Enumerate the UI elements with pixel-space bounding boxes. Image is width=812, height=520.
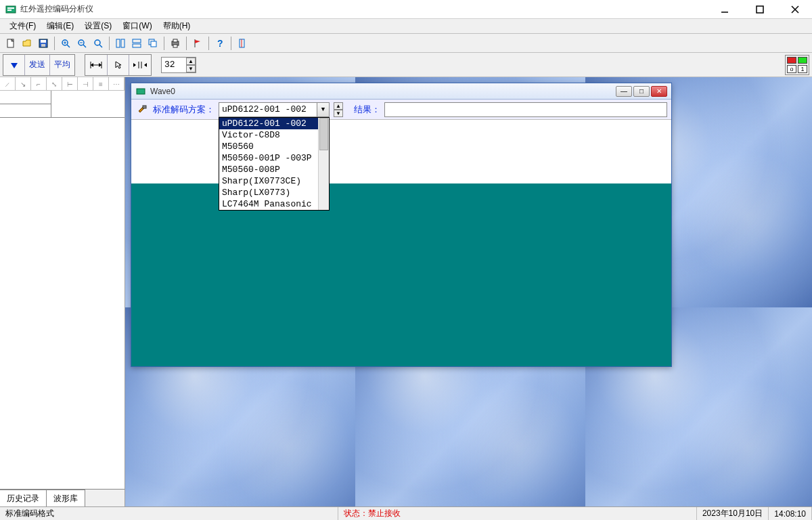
cursor-icon[interactable]	[108, 55, 129, 75]
child-toolbar: 标准解码方案： uPD6122-001 -002 ▼ uPD6122-001 -…	[131, 100, 671, 120]
open-icon[interactable]	[19, 36, 35, 51]
decode-select[interactable]: uPD6122-001 -002 ▼ uPD6122-001 -002 Vict…	[219, 102, 330, 117]
lp-tool-1[interactable]: ⟋	[0, 77, 16, 91]
new-icon[interactable]	[3, 36, 19, 51]
value-spinner[interactable]: ▲ ▼	[161, 57, 196, 73]
tile-vert-icon[interactable]	[129, 36, 145, 51]
toolbar-separator	[231, 37, 231, 50]
tab-wavelib[interactable]: 波形库	[47, 490, 85, 506]
svg-rect-39	[143, 106, 146, 108]
decode-dropdown: uPD6122-001 -002 Victor-C8D8 M50560 M505…	[219, 117, 330, 211]
close-button[interactable]	[784, 3, 807, 16]
menu-window[interactable]: 窗口(W)	[117, 20, 157, 32]
decode-spin-down[interactable]: ▼	[334, 110, 343, 117]
svg-rect-9	[41, 40, 46, 43]
result-label: 结果：	[354, 104, 380, 116]
decode-option[interactable]: M50560-008P	[219, 164, 329, 175]
maximize-button[interactable]	[748, 3, 771, 16]
minimize-button[interactable]	[713, 3, 736, 16]
child-title-text: Wave0	[150, 87, 616, 96]
zoom-fit-icon[interactable]	[90, 36, 106, 51]
span-icon[interactable]	[85, 55, 108, 75]
toolbar-secondary: 发送 平均 ▲ ▼ o 1	[0, 53, 812, 77]
decode-option[interactable]: LC7464M Panasonic	[219, 198, 329, 210]
toolbar-separator	[186, 37, 187, 50]
average-button[interactable]: 平均	[50, 55, 74, 75]
toolbar-separator	[54, 37, 55, 50]
tb2-group-1: 发送 平均	[3, 54, 75, 76]
decode-option[interactable]: M50560-001P -003P	[219, 152, 329, 164]
flag-icon[interactable]	[189, 36, 206, 51]
lp-tool-3[interactable]: ⌐	[31, 77, 47, 91]
left-panel-toolbar: ⟋ ↘ ⌐ ⤡ ⊢ ⊣ ≡ ⋯	[0, 77, 125, 91]
lp-tool-8[interactable]: ⋯	[109, 77, 125, 91]
toolbar-separator	[208, 37, 209, 50]
decode-option[interactable]: Sharp(IX0773CE)	[219, 175, 329, 187]
spinner-up[interactable]: ▲	[186, 58, 196, 65]
svg-rect-4	[757, 6, 763, 13]
send-button[interactable]: 发送	[25, 55, 50, 75]
content-area: ⟋ ↘ ⌐ ⤡ ⊢ ⊣ ≡ ⋯ 历史记录 波形库 Wave0 — □	[0, 77, 812, 506]
help-icon[interactable]: ?	[212, 36, 228, 51]
lp-tool-2[interactable]: ↘	[16, 77, 31, 91]
decode-option[interactable]: uPD6122-001 -002	[219, 118, 329, 129]
lp-tool-7[interactable]: ≡	[93, 77, 109, 91]
statusbar: 标准编码格式 状态：禁止接收 2023年10月10日 14:08:10	[0, 506, 812, 520]
svg-line-16	[83, 45, 86, 47]
menu-edit[interactable]: 编辑(E)	[41, 20, 79, 32]
down-arrow-button[interactable]	[3, 55, 25, 75]
mdi-area: Wave0 — □ ✕ 标准解码方案： uPD6122-001 -002 ▼ u…	[125, 77, 812, 506]
status-time: 14:08:10	[769, 507, 812, 520]
zoom-out-icon[interactable]	[74, 36, 90, 51]
lp-tool-6[interactable]: ⊣	[78, 77, 93, 91]
status-mode: 标准编码格式	[0, 507, 338, 520]
save-icon[interactable]	[35, 36, 51, 51]
app-icon	[5, 4, 16, 15]
toolbar-separator	[109, 37, 110, 50]
wave-lower-area[interactable]	[131, 185, 671, 366]
svg-text:?: ?	[217, 38, 223, 49]
child-titlebar[interactable]: Wave0 — □ ✕	[131, 83, 671, 100]
lp-tool-5[interactable]: ⊢	[62, 77, 78, 91]
child-window-icon	[135, 86, 146, 97]
decode-option[interactable]: M50560	[219, 141, 329, 152]
titlebar: 红外遥控编码分析仪	[0, 0, 812, 19]
spinner-down[interactable]: ▼	[186, 65, 196, 72]
decode-option[interactable]: Victor-C8D8	[219, 129, 329, 141]
scrollbar-thumb[interactable]	[319, 118, 328, 150]
svg-rect-38	[137, 89, 145, 94]
exit-icon[interactable]	[234, 36, 250, 51]
tab-history[interactable]: 历史记录	[0, 490, 47, 506]
spinner-input[interactable]	[162, 58, 186, 72]
svg-rect-27	[173, 39, 177, 42]
status-state: 状态：禁止接收	[338, 507, 697, 520]
left-panel: ⟋ ↘ ⌐ ⤡ ⊢ ⊣ ≡ ⋯ 历史记录 波形库	[0, 77, 125, 506]
decode-spin-up[interactable]: ▲	[334, 102, 343, 110]
tile-horiz-icon[interactable]	[112, 36, 129, 51]
result-input[interactable]	[384, 102, 667, 117]
child-close-button[interactable]: ✕	[651, 86, 667, 97]
menu-help[interactable]: 帮助(H)	[158, 20, 196, 32]
svg-rect-22	[133, 39, 141, 43]
svg-rect-25	[151, 41, 156, 47]
lp-tool-4[interactable]: ⤡	[47, 77, 62, 91]
wave-upper-area[interactable]	[131, 120, 671, 185]
left-panel-blank	[0, 118, 125, 489]
stretch-icon[interactable]	[129, 55, 151, 75]
decode-option[interactable]: Sharp(LX0773)	[219, 187, 329, 198]
svg-line-19	[99, 45, 102, 47]
svg-rect-23	[133, 44, 141, 47]
print-icon[interactable]	[167, 36, 183, 51]
dropdown-icon[interactable]: ▼	[317, 103, 329, 116]
menu-settings[interactable]: 设置(S)	[79, 20, 117, 32]
dropdown-scrollbar[interactable]	[318, 118, 329, 210]
child-minimize-button[interactable]: —	[616, 86, 632, 97]
hammer-icon[interactable]	[135, 104, 149, 115]
svg-line-12	[67, 45, 70, 47]
left-panel-tabs: 历史记录 波形库	[0, 489, 125, 506]
menu-file[interactable]: 文件(F)	[4, 20, 41, 32]
child-maximize-button[interactable]: □	[633, 86, 650, 97]
cascade-icon[interactable]	[145, 36, 161, 51]
decode-spinner: ▲ ▼	[334, 102, 343, 117]
zoom-in-icon[interactable]	[58, 36, 74, 51]
